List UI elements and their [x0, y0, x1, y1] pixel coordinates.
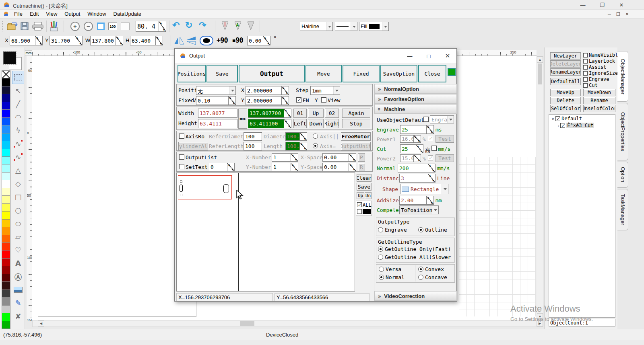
- high-checkbox[interactable]: [431, 146, 437, 151]
- angle-spinner[interactable]: 0.00: [247, 36, 270, 45]
- convex-radio[interactable]: Convex: [418, 266, 444, 272]
- zoom-blank-page-icon[interactable]: [121, 23, 130, 30]
- palette-swatch[interactable]: [2, 313, 10, 321]
- xspace-spinner[interactable]: 0.00: [322, 153, 356, 162]
- palette-swatch[interactable]: [2, 281, 10, 290]
- stop-button[interactable]: Stop: [342, 119, 370, 128]
- refresh-icon[interactable]: ↻: [185, 20, 192, 31]
- y-position-spinner[interactable]: 31.700: [50, 36, 83, 45]
- checkbox-icon[interactable]: [583, 53, 588, 58]
- jog-02-button[interactable]: 02: [325, 109, 339, 118]
- rotate-cw-button[interactable]: +90: [217, 36, 228, 44]
- fixed-button[interactable]: Fixed: [343, 65, 380, 82]
- zoom-fit-page-icon[interactable]: [97, 23, 105, 30]
- xnumber-spinner[interactable]: 1: [272, 153, 298, 162]
- getoutline-only-radio[interactable]: GetOutline Only(Fast): [378, 246, 451, 252]
- polyline-tool[interactable]: ϟ: [12, 124, 24, 137]
- preview-clear-button[interactable]: Clear: [357, 174, 372, 182]
- layer-tree-child[interactable]: ›Ê°×é3_Cut: [549, 122, 615, 129]
- menu-file[interactable]: File: [10, 10, 26, 18]
- palette-swatch[interactable]: [2, 188, 10, 196]
- hscroll-thumb[interactable]: [240, 321, 254, 326]
- palette-swatch[interactable]: [2, 219, 10, 227]
- palette-swatch[interactable]: [2, 102, 10, 110]
- spinner-buttons[interactable]: [281, 86, 289, 94]
- spinner-buttons[interactable]: [75, 36, 82, 45]
- rename-button[interactable]: Rename: [583, 97, 615, 104]
- view-checkbox[interactable]: [321, 97, 326, 103]
- fill-style-select[interactable]: Fill: [359, 22, 389, 31]
- palette-swatch[interactable]: [2, 195, 10, 203]
- output-width-spinner[interactable]: 137.807700: [248, 109, 291, 118]
- close-button[interactable]: Close: [418, 65, 446, 82]
- zoom-level-spinner[interactable]: 80. 4: [136, 21, 166, 32]
- tab-objectmanager[interactable]: ObjectManager: [617, 51, 628, 102]
- align-tool-icon[interactable]: A: [233, 21, 242, 31]
- flip-vertical-icon[interactable]: [186, 36, 196, 45]
- ynumber-spinner[interactable]: 1: [272, 163, 298, 171]
- output-height-spinner[interactable]: 63.411100: [248, 119, 291, 128]
- spinner-buttons[interactable]: [426, 196, 433, 204]
- spinner-buttons[interactable]: [228, 97, 235, 105]
- checkbox-icon[interactable]: [583, 77, 588, 82]
- spinner-buttons[interactable]: [291, 163, 298, 171]
- palette-swatch[interactable]: [2, 321, 10, 329]
- normaloption-header[interactable]: »NormalOption: [374, 84, 457, 94]
- palette-swatch[interactable]: [2, 250, 10, 258]
- scroll-left-arrow[interactable]: ◀: [38, 320, 44, 327]
- referdiameter-field[interactable]: 100: [244, 132, 262, 141]
- line-style-select[interactable]: [335, 22, 357, 31]
- compelet-select[interactable]: ToPosition: [399, 205, 439, 214]
- preview-save-button[interactable]: Save: [357, 183, 372, 191]
- spinner-buttons[interactable]: [291, 154, 298, 161]
- spinner-buttons[interactable]: [155, 36, 163, 45]
- outputtype-outline-radio[interactable]: Outline: [418, 227, 447, 233]
- marquee-select-tool[interactable]: [12, 71, 24, 84]
- circle-tool[interactable]: ○: [12, 203, 24, 217]
- defaultall-button[interactable]: DefaultAll: [550, 78, 581, 85]
- cut-speed-spinner[interactable]: 25: [400, 144, 423, 153]
- spinner-buttons[interactable]: [116, 36, 123, 45]
- palette-swatch[interactable]: [2, 227, 10, 235]
- redo-icon[interactable]: ↷: [199, 20, 206, 31]
- settext-checkbox[interactable]: [179, 164, 184, 169]
- palette-swatch[interactable]: [2, 180, 10, 188]
- canvas-hscrollbar[interactable]: ◀ ▶: [32, 320, 543, 327]
- palette-swatch[interactable]: [2, 141, 10, 149]
- settext-spinner[interactable]: 0: [209, 163, 235, 171]
- preview-dn-button[interactable]: Dn: [365, 192, 372, 199]
- spinner-buttons[interactable]: [416, 145, 423, 153]
- spinner-buttons[interactable]: [426, 125, 433, 133]
- spinner-buttons[interactable]: [349, 154, 356, 161]
- diamond-tool[interactable]: ◇: [12, 177, 24, 190]
- eyedropper-tool[interactable]: ✎: [12, 296, 24, 310]
- normal-direction-radio[interactable]: Normal: [379, 274, 405, 280]
- width-spinner[interactable]: 137.800: [90, 36, 123, 45]
- menu-edit[interactable]: Edit: [26, 10, 42, 18]
- namevisible-checkbox-row[interactable]: NameVisible: [583, 52, 621, 58]
- palette-swatch[interactable]: [2, 203, 10, 212]
- pen-width-select[interactable]: Hairline: [300, 22, 333, 31]
- zoom-out-icon[interactable]: −: [84, 22, 93, 31]
- image-tool[interactable]: [12, 283, 24, 296]
- show-outline-icon[interactable]: [200, 36, 213, 45]
- outputlist-checkbox[interactable]: [179, 154, 184, 160]
- checkbox-icon[interactable]: [583, 71, 588, 76]
- saveoption-button[interactable]: SaveOption: [380, 65, 417, 82]
- triangle-tool[interactable]: △: [12, 164, 24, 177]
- canvas-vscrollbar[interactable]: ▲ ▼: [537, 56, 543, 320]
- window-maximize-button[interactable]: ❐: [592, 0, 612, 10]
- line-tool[interactable]: ╱: [12, 97, 24, 111]
- videocorrection-header[interactable]: »VideoCorrection: [374, 291, 457, 301]
- mdi-minimize-button[interactable]: ─: [605, 10, 613, 18]
- tab-taskmanager[interactable]: TaskManager: [617, 189, 628, 230]
- layer-tree-root[interactable]: ∨Default: [549, 115, 615, 122]
- palette-swatch[interactable]: [2, 149, 10, 157]
- newlayer-button[interactable]: NewLayer: [550, 52, 581, 60]
- dialog-close-button[interactable]: ✕: [440, 49, 456, 63]
- move-button[interactable]: Move: [305, 65, 342, 82]
- palette-swatch[interactable]: [2, 117, 10, 125]
- print-icon[interactable]: [32, 22, 43, 31]
- weld-tool-icon[interactable]: [221, 21, 229, 31]
- jog-right-button[interactable]: Right: [325, 119, 339, 128]
